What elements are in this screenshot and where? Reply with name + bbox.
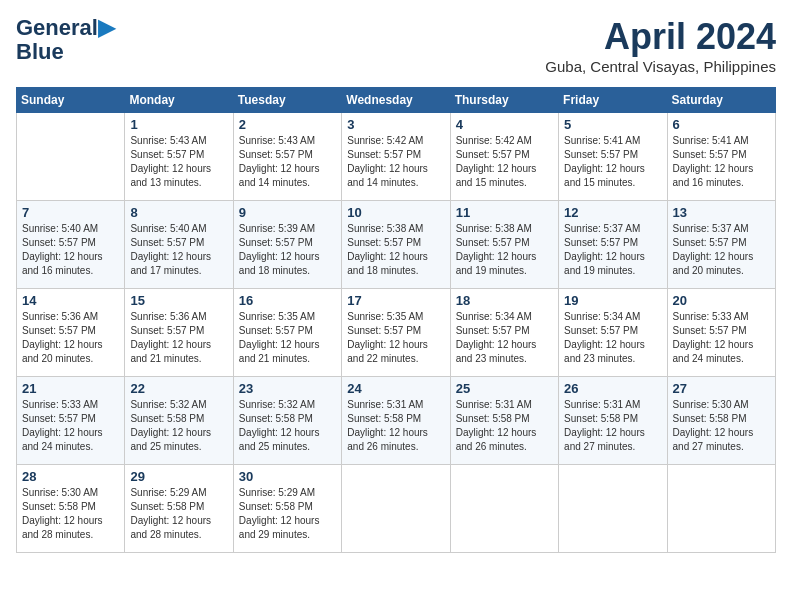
day-info: Sunrise: 5:42 AM Sunset: 5:57 PM Dayligh… xyxy=(456,134,553,190)
calendar-body: 1Sunrise: 5:43 AM Sunset: 5:57 PM Daylig… xyxy=(17,113,776,553)
calendar-week-row: 1Sunrise: 5:43 AM Sunset: 5:57 PM Daylig… xyxy=(17,113,776,201)
calendar-day-cell xyxy=(17,113,125,201)
logo: General▶Blue xyxy=(16,16,115,64)
day-info: Sunrise: 5:42 AM Sunset: 5:57 PM Dayligh… xyxy=(347,134,444,190)
day-number: 11 xyxy=(456,205,553,220)
day-number: 28 xyxy=(22,469,119,484)
day-number: 3 xyxy=(347,117,444,132)
day-info: Sunrise: 5:35 AM Sunset: 5:57 PM Dayligh… xyxy=(347,310,444,366)
calendar-day-cell: 6Sunrise: 5:41 AM Sunset: 5:57 PM Daylig… xyxy=(667,113,775,201)
calendar-day-cell: 16Sunrise: 5:35 AM Sunset: 5:57 PM Dayli… xyxy=(233,289,341,377)
calendar-day-cell: 17Sunrise: 5:35 AM Sunset: 5:57 PM Dayli… xyxy=(342,289,450,377)
calendar-day-cell: 10Sunrise: 5:38 AM Sunset: 5:57 PM Dayli… xyxy=(342,201,450,289)
day-info: Sunrise: 5:31 AM Sunset: 5:58 PM Dayligh… xyxy=(456,398,553,454)
day-info: Sunrise: 5:40 AM Sunset: 5:57 PM Dayligh… xyxy=(22,222,119,278)
day-info: Sunrise: 5:38 AM Sunset: 5:57 PM Dayligh… xyxy=(456,222,553,278)
day-info: Sunrise: 5:35 AM Sunset: 5:57 PM Dayligh… xyxy=(239,310,336,366)
calendar-day-cell: 25Sunrise: 5:31 AM Sunset: 5:58 PM Dayli… xyxy=(450,377,558,465)
day-number: 15 xyxy=(130,293,227,308)
day-number: 8 xyxy=(130,205,227,220)
calendar-table: SundayMondayTuesdayWednesdayThursdayFrid… xyxy=(16,87,776,553)
calendar-day-cell: 21Sunrise: 5:33 AM Sunset: 5:57 PM Dayli… xyxy=(17,377,125,465)
location-subtitle: Guba, Central Visayas, Philippines xyxy=(545,58,776,75)
calendar-day-cell: 14Sunrise: 5:36 AM Sunset: 5:57 PM Dayli… xyxy=(17,289,125,377)
calendar-weekday-header: Friday xyxy=(559,88,667,113)
calendar-day-cell: 22Sunrise: 5:32 AM Sunset: 5:58 PM Dayli… xyxy=(125,377,233,465)
day-number: 6 xyxy=(673,117,770,132)
calendar-day-cell: 8Sunrise: 5:40 AM Sunset: 5:57 PM Daylig… xyxy=(125,201,233,289)
day-info: Sunrise: 5:30 AM Sunset: 5:58 PM Dayligh… xyxy=(22,486,119,542)
calendar-day-cell: 12Sunrise: 5:37 AM Sunset: 5:57 PM Dayli… xyxy=(559,201,667,289)
calendar-day-cell: 24Sunrise: 5:31 AM Sunset: 5:58 PM Dayli… xyxy=(342,377,450,465)
calendar-day-cell: 26Sunrise: 5:31 AM Sunset: 5:58 PM Dayli… xyxy=(559,377,667,465)
calendar-day-cell: 4Sunrise: 5:42 AM Sunset: 5:57 PM Daylig… xyxy=(450,113,558,201)
calendar-day-cell: 11Sunrise: 5:38 AM Sunset: 5:57 PM Dayli… xyxy=(450,201,558,289)
day-number: 24 xyxy=(347,381,444,396)
day-info: Sunrise: 5:34 AM Sunset: 5:57 PM Dayligh… xyxy=(456,310,553,366)
page-header: General▶Blue April 2024 Guba, Central Vi… xyxy=(16,16,776,75)
day-info: Sunrise: 5:41 AM Sunset: 5:57 PM Dayligh… xyxy=(673,134,770,190)
calendar-week-row: 7Sunrise: 5:40 AM Sunset: 5:57 PM Daylig… xyxy=(17,201,776,289)
day-number: 17 xyxy=(347,293,444,308)
day-number: 7 xyxy=(22,205,119,220)
day-number: 13 xyxy=(673,205,770,220)
day-info: Sunrise: 5:29 AM Sunset: 5:58 PM Dayligh… xyxy=(239,486,336,542)
day-number: 9 xyxy=(239,205,336,220)
month-year-title: April 2024 xyxy=(545,16,776,58)
day-info: Sunrise: 5:40 AM Sunset: 5:57 PM Dayligh… xyxy=(130,222,227,278)
calendar-day-cell xyxy=(342,465,450,553)
day-number: 2 xyxy=(239,117,336,132)
day-info: Sunrise: 5:30 AM Sunset: 5:58 PM Dayligh… xyxy=(673,398,770,454)
day-info: Sunrise: 5:37 AM Sunset: 5:57 PM Dayligh… xyxy=(673,222,770,278)
calendar-header-row: SundayMondayTuesdayWednesdayThursdayFrid… xyxy=(17,88,776,113)
day-info: Sunrise: 5:38 AM Sunset: 5:57 PM Dayligh… xyxy=(347,222,444,278)
calendar-day-cell: 13Sunrise: 5:37 AM Sunset: 5:57 PM Dayli… xyxy=(667,201,775,289)
calendar-weekday-header: Monday xyxy=(125,88,233,113)
day-info: Sunrise: 5:39 AM Sunset: 5:57 PM Dayligh… xyxy=(239,222,336,278)
calendar-day-cell xyxy=(450,465,558,553)
calendar-weekday-header: Wednesday xyxy=(342,88,450,113)
day-number: 30 xyxy=(239,469,336,484)
day-info: Sunrise: 5:34 AM Sunset: 5:57 PM Dayligh… xyxy=(564,310,661,366)
calendar-day-cell: 28Sunrise: 5:30 AM Sunset: 5:58 PM Dayli… xyxy=(17,465,125,553)
calendar-day-cell: 19Sunrise: 5:34 AM Sunset: 5:57 PM Dayli… xyxy=(559,289,667,377)
day-info: Sunrise: 5:36 AM Sunset: 5:57 PM Dayligh… xyxy=(130,310,227,366)
day-number: 27 xyxy=(673,381,770,396)
day-info: Sunrise: 5:32 AM Sunset: 5:58 PM Dayligh… xyxy=(130,398,227,454)
day-number: 21 xyxy=(22,381,119,396)
day-number: 22 xyxy=(130,381,227,396)
calendar-weekday-header: Tuesday xyxy=(233,88,341,113)
calendar-day-cell: 7Sunrise: 5:40 AM Sunset: 5:57 PM Daylig… xyxy=(17,201,125,289)
calendar-week-row: 21Sunrise: 5:33 AM Sunset: 5:57 PM Dayli… xyxy=(17,377,776,465)
day-info: Sunrise: 5:33 AM Sunset: 5:57 PM Dayligh… xyxy=(22,398,119,454)
calendar-day-cell xyxy=(559,465,667,553)
day-number: 20 xyxy=(673,293,770,308)
day-number: 26 xyxy=(564,381,661,396)
calendar-day-cell: 5Sunrise: 5:41 AM Sunset: 5:57 PM Daylig… xyxy=(559,113,667,201)
calendar-day-cell: 29Sunrise: 5:29 AM Sunset: 5:58 PM Dayli… xyxy=(125,465,233,553)
day-info: Sunrise: 5:33 AM Sunset: 5:57 PM Dayligh… xyxy=(673,310,770,366)
day-info: Sunrise: 5:43 AM Sunset: 5:57 PM Dayligh… xyxy=(130,134,227,190)
calendar-day-cell: 15Sunrise: 5:36 AM Sunset: 5:57 PM Dayli… xyxy=(125,289,233,377)
day-info: Sunrise: 5:43 AM Sunset: 5:57 PM Dayligh… xyxy=(239,134,336,190)
day-number: 19 xyxy=(564,293,661,308)
day-info: Sunrise: 5:36 AM Sunset: 5:57 PM Dayligh… xyxy=(22,310,119,366)
calendar-week-row: 14Sunrise: 5:36 AM Sunset: 5:57 PM Dayli… xyxy=(17,289,776,377)
calendar-weekday-header: Sunday xyxy=(17,88,125,113)
calendar-day-cell: 27Sunrise: 5:30 AM Sunset: 5:58 PM Dayli… xyxy=(667,377,775,465)
day-number: 14 xyxy=(22,293,119,308)
day-info: Sunrise: 5:31 AM Sunset: 5:58 PM Dayligh… xyxy=(347,398,444,454)
day-number: 16 xyxy=(239,293,336,308)
title-block: April 2024 Guba, Central Visayas, Philip… xyxy=(545,16,776,75)
calendar-day-cell: 2Sunrise: 5:43 AM Sunset: 5:57 PM Daylig… xyxy=(233,113,341,201)
day-number: 1 xyxy=(130,117,227,132)
calendar-day-cell: 3Sunrise: 5:42 AM Sunset: 5:57 PM Daylig… xyxy=(342,113,450,201)
calendar-day-cell: 18Sunrise: 5:34 AM Sunset: 5:57 PM Dayli… xyxy=(450,289,558,377)
calendar-week-row: 28Sunrise: 5:30 AM Sunset: 5:58 PM Dayli… xyxy=(17,465,776,553)
calendar-day-cell: 1Sunrise: 5:43 AM Sunset: 5:57 PM Daylig… xyxy=(125,113,233,201)
day-number: 29 xyxy=(130,469,227,484)
day-info: Sunrise: 5:37 AM Sunset: 5:57 PM Dayligh… xyxy=(564,222,661,278)
day-number: 10 xyxy=(347,205,444,220)
logo-text: General▶Blue xyxy=(16,16,115,64)
day-number: 23 xyxy=(239,381,336,396)
